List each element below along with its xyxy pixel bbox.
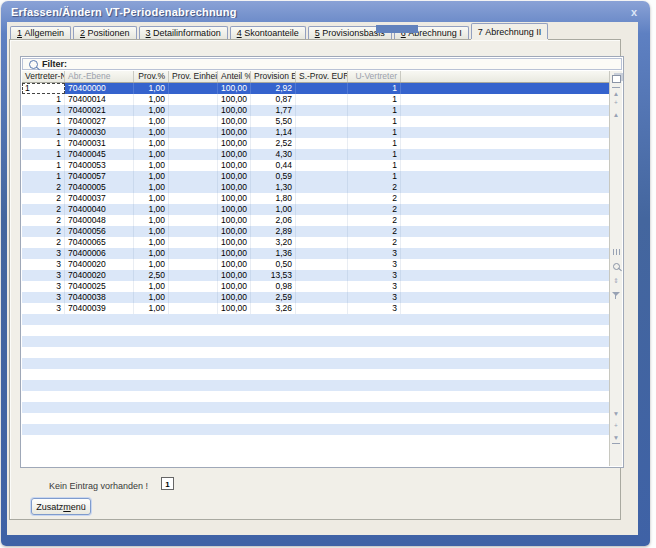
table-cell-anteil[interactable]: 100,00 [218, 215, 251, 226]
tab-4[interactable]: 4 Skontoanteile [230, 26, 306, 39]
table-cell-einheiten[interactable] [169, 270, 218, 281]
table-row[interactable]: 2704000371,00100,001,802 [22, 193, 609, 204]
table-row[interactable]: 1704000001,00100,002,921 [22, 83, 609, 94]
table-row[interactable]: 2704000401,00100,001,002 [22, 204, 609, 215]
table-cell-provision[interactable]: 2,89 [251, 226, 296, 237]
table-cell-einheiten[interactable] [169, 160, 218, 171]
table-cell-prov[interactable]: 1,00 [134, 259, 169, 270]
table-cell-einheiten[interactable] [169, 193, 218, 204]
table-cell-einheiten[interactable] [169, 226, 218, 237]
table-cell-ebene[interactable]: 70400025 [65, 281, 134, 292]
table-row[interactable]: 2704000561,00100,002,892 [22, 226, 609, 237]
table-cell-anteil[interactable]: 100,00 [218, 248, 251, 259]
table-cell-einheiten[interactable] [169, 182, 218, 193]
table-cell-provision[interactable]: 1,80 [251, 193, 296, 204]
scroll-top-icon[interactable]: ▲ [610, 86, 622, 98]
table-cell-sprov[interactable] [296, 105, 348, 116]
table-cell-vertreter[interactable]: 1 [22, 105, 65, 116]
table-cell-vertreter[interactable]: 1 [22, 127, 65, 138]
table-cell-vertreter[interactable]: 2 [22, 182, 65, 193]
table-cell-anteil[interactable]: 100,00 [218, 83, 251, 94]
table-row[interactable]: 1704000451,00100,004,301 [22, 149, 609, 160]
table-cell-uvertreter[interactable]: 1 [348, 94, 401, 105]
table-cell-prov[interactable]: 2,50 [134, 270, 169, 281]
table-cell-ebene[interactable]: 70400021 [65, 105, 134, 116]
table-cell-einheiten[interactable] [169, 204, 218, 215]
table-cell-uvertreter[interactable]: 3 [348, 292, 401, 303]
table-cell-sprov[interactable] [296, 204, 348, 215]
table-row[interactable]: 3704000381,00100,002,593 [22, 292, 609, 303]
table-cell-anteil[interactable]: 100,00 [218, 193, 251, 204]
filter-funnel-icon[interactable] [610, 290, 622, 296]
table-cell-provision[interactable]: 2,52 [251, 138, 296, 149]
table-cell-ebene[interactable]: 70400040 [65, 204, 134, 215]
table-row[interactable]: 1704000141,00100,000,871 [22, 94, 609, 105]
table-cell-provision[interactable]: 1,14 [251, 127, 296, 138]
title-bar[interactable]: Erfassen/Ändern VT-Periodenabrechnung x [1, 1, 650, 22]
table-cell-ebene[interactable]: 70400031 [65, 138, 134, 149]
table-cell-vertreter[interactable]: 3 [22, 259, 65, 270]
table-row[interactable]: 1704000531,00100,000,441 [22, 160, 609, 171]
table-cell-sprov[interactable] [296, 226, 348, 237]
table-cell-prov[interactable]: 1,00 [134, 215, 169, 226]
table-cell-ebene[interactable]: 70400037 [65, 193, 134, 204]
table-cell-sprov[interactable] [296, 116, 348, 127]
table-cell-provision[interactable]: 0,87 [251, 94, 296, 105]
table-cell-vertreter[interactable]: 2 [22, 215, 65, 226]
table-cell-sprov[interactable] [296, 259, 348, 270]
table-cell-uvertreter[interactable]: 3 [348, 270, 401, 281]
table-cell-uvertreter[interactable]: 2 [348, 215, 401, 226]
table-cell-sprov[interactable] [296, 215, 348, 226]
table-cell-prov[interactable]: 1,00 [134, 193, 169, 204]
table-cell-prov[interactable]: 1,00 [134, 94, 169, 105]
table-row[interactable]: 1704000271,00100,005,501 [22, 116, 609, 127]
columns-icon[interactable] [610, 247, 622, 257]
table-cell-ebene[interactable]: 70400057 [65, 171, 134, 182]
table-cell-provision[interactable]: 0,44 [251, 160, 296, 171]
column-header-2[interactable]: Prov.% [134, 71, 169, 82]
column-chooser-icon[interactable] [610, 72, 622, 83]
table-cell-sprov[interactable] [296, 149, 348, 160]
table-cell-sprov[interactable] [296, 292, 348, 303]
table-row[interactable]: 1704000301,00100,001,141 [22, 127, 609, 138]
search-icon[interactable] [610, 261, 622, 272]
table-cell-anteil[interactable]: 100,00 [218, 226, 251, 237]
table-cell-sprov[interactable] [296, 281, 348, 292]
table-cell-anteil[interactable]: 100,00 [218, 160, 251, 171]
table-cell-ebene[interactable]: 70400045 [65, 149, 134, 160]
table-cell-uvertreter[interactable]: 2 [348, 237, 401, 248]
table-cell-einheiten[interactable] [169, 292, 218, 303]
table-cell-provision[interactable]: 2,59 [251, 292, 296, 303]
table-cell-anteil[interactable]: 100,00 [218, 171, 251, 182]
table-cell-prov[interactable]: 1,00 [134, 138, 169, 149]
column-header-7[interactable]: U-Vertreter [348, 71, 401, 82]
table-cell-ebene[interactable]: 70400056 [65, 226, 134, 237]
table-cell-uvertreter[interactable]: 3 [348, 248, 401, 259]
table-cell-einheiten[interactable] [169, 237, 218, 248]
table-row[interactable]: 3704000251,00100,000,983 [22, 281, 609, 292]
table-cell-vertreter[interactable]: 1 [22, 116, 65, 127]
table-cell-prov[interactable]: 1,00 [134, 105, 169, 116]
table-cell-provision[interactable]: 2,06 [251, 215, 296, 226]
table-cell-sprov[interactable] [296, 303, 348, 314]
table-cell-ebene[interactable]: 70400005 [65, 182, 134, 193]
scroll-drag-down-icon[interactable]: + [610, 421, 622, 430]
table-cell-ebene[interactable]: 70400048 [65, 215, 134, 226]
table-row[interactable]: 3704000391,00100,003,263 [22, 303, 609, 314]
table-cell-anteil[interactable]: 100,00 [218, 116, 251, 127]
table-cell-prov[interactable]: 1,00 [134, 149, 169, 160]
table-cell-prov[interactable]: 1,00 [134, 237, 169, 248]
scroll-drag-up-icon[interactable]: + [610, 98, 622, 107]
table-cell-sprov[interactable] [296, 193, 348, 204]
table-cell-einheiten[interactable] [169, 94, 218, 105]
table-cell-uvertreter[interactable]: 1 [348, 116, 401, 127]
table-cell-provision[interactable]: 4,30 [251, 149, 296, 160]
table-cell-vertreter[interactable]: 3 [22, 281, 65, 292]
table-cell-uvertreter[interactable]: 3 [348, 281, 401, 292]
table-cell-anteil[interactable]: 100,00 [218, 292, 251, 303]
table-cell-vertreter[interactable]: 1 [22, 171, 65, 182]
table-cell-ebene[interactable]: 70400039 [65, 303, 134, 314]
table-cell-prov[interactable]: 1,00 [134, 182, 169, 193]
table-cell-sprov[interactable] [296, 171, 348, 182]
scroll-down-icon[interactable]: ▼ [610, 409, 622, 418]
